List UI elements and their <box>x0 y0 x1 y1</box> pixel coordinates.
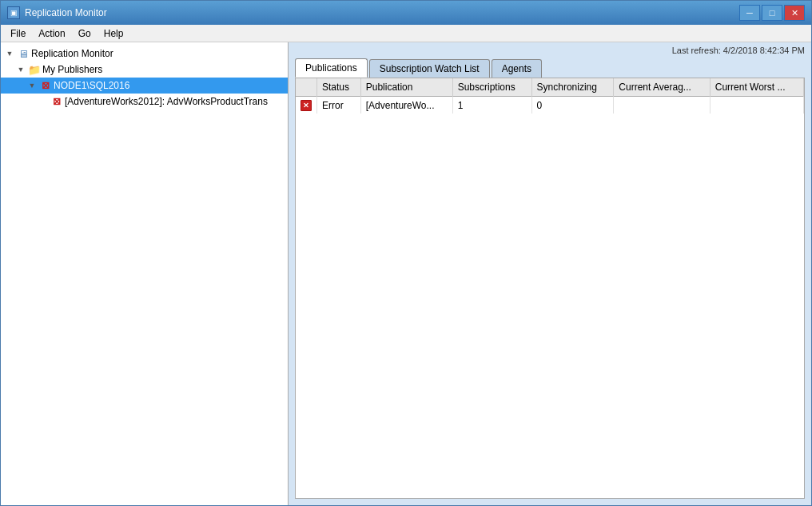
col-synchronizing: Synchronizing <box>531 78 614 97</box>
col-subscriptions: Subscriptions <box>452 78 531 97</box>
tree-publishers-label: My Publishers <box>42 64 102 75</box>
monitor-icon: 🖥 <box>17 47 30 60</box>
col-publication: Publication <box>360 78 452 97</box>
row-current-worst <box>710 97 803 114</box>
tab-publications[interactable]: Publications <box>295 58 368 78</box>
publications-table-area: Status Publication Subscriptions Synchro… <box>295 78 805 499</box>
tree-node-label: NODE1\SQL2016 <box>54 80 129 91</box>
last-refresh-text: Last refresh: 4/2/2018 8:42:34 PM <box>672 46 805 55</box>
folder-icon: 📁 <box>28 63 41 76</box>
last-refresh-bar: Last refresh: 4/2/2018 8:42:34 PM <box>289 42 811 58</box>
menu-file[interactable]: File <box>4 26 32 41</box>
col-status: Status <box>317 78 361 97</box>
tab-subscription-watch-list[interactable]: Subscription Watch List <box>369 59 490 78</box>
tree-root[interactable]: ▼ 🖥 Replication Monitor <box>1 46 288 62</box>
expander-root[interactable]: ▼ <box>4 48 15 59</box>
row-icon-cell: ✕ <box>296 97 317 114</box>
title-bar: ▣ Replication Monitor ─ □ ✕ <box>1 1 811 25</box>
menu-help[interactable]: Help <box>98 26 130 41</box>
col-current-worst: Current Worst ... <box>710 78 803 97</box>
menu-go[interactable]: Go <box>72 26 98 41</box>
expander-node[interactable]: ▼ <box>26 80 38 91</box>
menu-bar: File Action Go Help <box>1 25 811 42</box>
row-synchronizing: 0 <box>531 97 614 114</box>
window-title: Replication Monitor <box>25 7 107 18</box>
minimize-button[interactable]: ─ <box>739 5 760 21</box>
table-row[interactable]: ✕ Error [AdventureWo... 1 0 <box>296 97 804 114</box>
tree-publishers[interactable]: ▼ 📁 My Publishers <box>1 62 288 78</box>
row-publication: [AdventureWo... <box>360 97 452 114</box>
tree-publication[interactable]: ▶ ⊠ [AdventureWorks2012]: AdvWorksProduc… <box>1 94 288 110</box>
menu-action[interactable]: Action <box>32 26 71 41</box>
col-current-avg: Current Averag... <box>614 78 710 97</box>
title-bar-left: ▣ Replication Monitor <box>7 6 107 19</box>
pub-error-icon: ⊠ <box>50 95 63 108</box>
col-icon <box>296 78 317 97</box>
tree-node[interactable]: ▼ ⊠ NODE1\SQL2016 <box>1 78 288 94</box>
tree-panel: ▼ 🖥 Replication Monitor ▼ 📁 My Publisher… <box>1 42 289 505</box>
app-icon: ▣ <box>7 6 20 19</box>
tree-root-label: Replication Monitor <box>31 48 113 59</box>
row-status: Error <box>317 97 361 114</box>
expander-publishers[interactable]: ▼ <box>15 64 26 75</box>
row-current-avg <box>614 97 710 114</box>
server-icon: ⊠ <box>39 79 52 92</box>
title-buttons: ─ □ ✕ <box>739 5 805 21</box>
tabs-container: Publications Subscription Watch List Age… <box>289 58 811 78</box>
maximize-button[interactable]: □ <box>762 5 782 21</box>
main-window: ▣ Replication Monitor ─ □ ✕ File Action … <box>0 0 812 506</box>
tab-agents[interactable]: Agents <box>492 59 542 78</box>
main-content: ▼ 🖥 Replication Monitor ▼ 📁 My Publisher… <box>1 42 811 505</box>
row-error-icon: ✕ <box>301 100 312 111</box>
close-button[interactable]: ✕ <box>784 5 805 21</box>
right-panel: Last refresh: 4/2/2018 8:42:34 PM Public… <box>289 42 811 505</box>
table-header-row: Status Publication Subscriptions Synchro… <box>296 78 804 97</box>
publications-table: Status Publication Subscriptions Synchro… <box>296 78 804 114</box>
tree-pub-label: [AdventureWorks2012]: AdvWorksProductTra… <box>65 96 268 107</box>
row-subscriptions: 1 <box>452 97 531 114</box>
